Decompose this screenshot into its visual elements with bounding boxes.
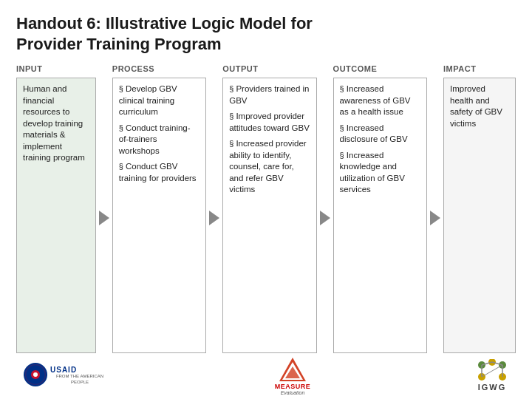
process-box: Develop GBV clinical training curriculum…	[112, 78, 206, 353]
output-bullet-2: Improved provider attitudes toward GBV	[229, 111, 310, 134]
process-bullet-1: Develop GBV clinical training curriculum	[119, 83, 200, 118]
column-output: OUTPUT Providers trained in GBV Improved…	[222, 64, 316, 353]
arrow-input-process	[96, 64, 112, 353]
title-line2: Provider Training Program	[16, 35, 222, 53]
page: Handout 6: Illustrative Logic Model for …	[0, 0, 532, 399]
process-header: PROCESS	[112, 64, 206, 73]
arrow-icon-1	[99, 211, 109, 225]
usaid-logo: USAID FROM THE AMERICAN PEOPLE	[24, 363, 109, 388]
measure-subtext: Evaluation	[281, 390, 305, 395]
title-section: Handout 6: Illustrative Logic Model for …	[16, 13, 516, 54]
title-line1: Handout 6: Illustrative Logic Model for	[16, 14, 313, 33]
outcome-bullet-3: Increased knowledge and utilization of G…	[340, 150, 420, 196]
outcome-header: OUTCOME	[333, 64, 427, 73]
arrow-process-output	[206, 64, 222, 353]
impact-content: Improved health and safety of GBV victim…	[450, 84, 502, 128]
arrow-icon-3	[320, 211, 330, 225]
column-impact: IMPACT Improved health and safety of GBV…	[443, 64, 516, 353]
svg-point-2	[33, 372, 38, 377]
column-process: PROCESS Develop GBV clinical training cu…	[112, 64, 206, 353]
measure-logo: MEASURE Evaluation	[275, 356, 311, 395]
usaid-seal-svg	[27, 366, 44, 383]
input-header: INPUT	[16, 64, 96, 73]
page-title: Handout 6: Illustrative Logic Model for …	[16, 13, 516, 54]
arrow-icon-4	[430, 211, 440, 225]
output-header: OUTPUT	[222, 64, 316, 73]
measure-text: MEASURE	[275, 383, 311, 390]
process-bullet-2: Conduct training-of-trainers workshops	[119, 123, 200, 157]
column-input: INPUT Human and financial resources to d…	[16, 64, 96, 353]
igwg-text: IGWG	[478, 383, 507, 392]
impact-box: Improved health and safety of GBV victim…	[443, 78, 516, 353]
outcome-box: Increased awareness of GBV as a health i…	[333, 78, 427, 353]
impact-header: IMPACT	[443, 64, 516, 73]
process-bullet-3: Conduct GBV training for providers	[119, 161, 200, 184]
measure-svg-icon	[278, 356, 307, 383]
outcome-bullet-2: Increased disclosure of GBV	[340, 123, 420, 146]
usaid-subtext: FROM THE AMERICAN PEOPLE	[50, 374, 109, 384]
usaid-seal-icon	[24, 363, 47, 386]
arrow-output-outcome	[317, 64, 333, 353]
igwg-svg-icon	[476, 359, 508, 383]
column-outcome: OUTCOME Increased awareness of GBV as a …	[333, 64, 427, 353]
usaid-text: USAID	[50, 366, 109, 374]
igwg-logo: IGWG	[476, 359, 508, 392]
logic-model-wrapper: INPUT Human and financial resources to d…	[16, 64, 516, 353]
footer-logos: USAID FROM THE AMERICAN PEOPLE MEASURE E…	[16, 359, 516, 392]
input-box: Human and financial resources to develop…	[16, 78, 96, 353]
arrow-icon-2	[209, 211, 219, 225]
input-content: Human and financial resources to develop…	[23, 84, 85, 162]
output-bullet-1: Providers trained in GBV	[229, 83, 310, 106]
outcome-bullet-1: Increased awareness of GBV as a health i…	[340, 83, 420, 118]
arrow-outcome-impact	[427, 64, 443, 353]
output-bullet-3: Increased provider ability to identify, …	[229, 138, 310, 196]
output-box: Providers trained in GBV Improved provid…	[222, 78, 316, 353]
